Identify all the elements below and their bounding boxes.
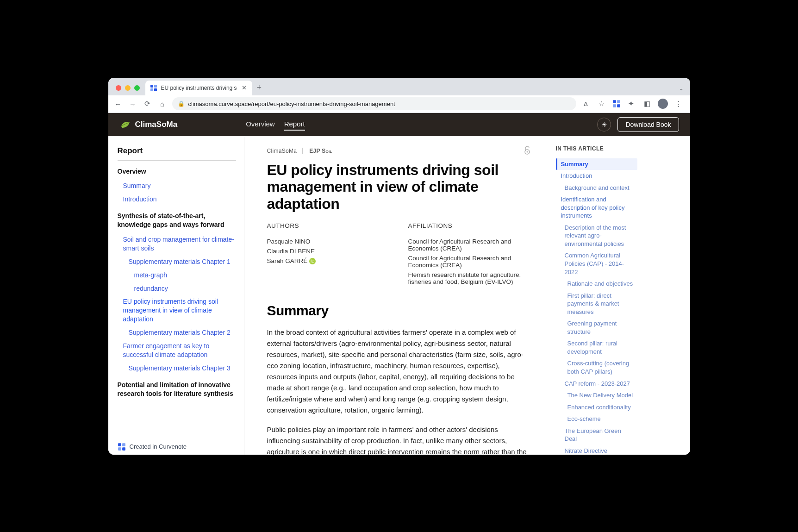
profile-avatar[interactable] bbox=[658, 99, 668, 109]
toc-item[interactable]: Nitrate Directive bbox=[556, 445, 637, 455]
tab-strip: EU policy instruments driving s ✕ + ⌄ bbox=[108, 78, 690, 95]
toc-item[interactable]: Enhanced conditionality bbox=[556, 401, 637, 413]
climasoma-logo-icon bbox=[119, 119, 131, 131]
back-button[interactable]: ← bbox=[113, 100, 123, 108]
svg-rect-5 bbox=[617, 100, 620, 103]
breadcrumb: ClimaSoMa EJP Soil bbox=[267, 148, 332, 154]
sidebar-category: Potential and limitation of innovative r… bbox=[118, 381, 236, 398]
in-this-article-toc: IN THIS ARTICLE SummaryIntroductionBackg… bbox=[550, 136, 643, 455]
theme-toggle-button[interactable]: ☀ bbox=[597, 118, 611, 131]
svg-rect-8 bbox=[118, 443, 121, 446]
curvenote-extension-icon[interactable] bbox=[612, 100, 621, 108]
sidebar-item[interactable]: Soil and crop management for climate-sma… bbox=[118, 233, 236, 255]
curvenote-footer[interactable]: Created in Curvenote bbox=[118, 440, 233, 451]
article-body: ClimaSoMa EJP Soil EU policy instruments… bbox=[245, 136, 550, 455]
primary-nav: Overview Report bbox=[246, 118, 305, 131]
close-tab-icon[interactable]: ✕ bbox=[241, 83, 248, 92]
author-name: Claudia DI BENE bbox=[267, 246, 390, 256]
home-button[interactable]: ⌂ bbox=[157, 100, 168, 108]
authors-label: AUTHORS bbox=[267, 221, 390, 231]
toc-item[interactable]: Summary bbox=[556, 158, 637, 170]
summary-paragraph-1: In the broad context of agricultural act… bbox=[267, 327, 531, 416]
toc-item[interactable]: Second pillar: rural development bbox=[556, 338, 637, 357]
sidebar-item[interactable]: redundancy bbox=[118, 282, 236, 295]
svg-point-13 bbox=[526, 151, 528, 152]
svg-rect-1 bbox=[154, 85, 157, 88]
sidebar-category: Synthesis of state-of-the-art, knowledge… bbox=[118, 212, 236, 229]
tabs-dropdown-icon[interactable]: ⌄ bbox=[673, 85, 690, 95]
content-area: Report OverviewSummaryIntroductionSynthe… bbox=[108, 136, 690, 455]
toc-item[interactable]: Background and context bbox=[556, 182, 637, 194]
toc-item[interactable]: Cross-cutting (covering both CAP pillars… bbox=[556, 357, 637, 377]
toc-item[interactable]: Rationale and objectives bbox=[556, 278, 637, 290]
sidebar-item[interactable]: Introduction bbox=[118, 193, 236, 206]
author-name: Pasquale NINO bbox=[267, 237, 390, 246]
toc-item[interactable]: Common Agricultural Policies (CAP) - 201… bbox=[556, 250, 637, 278]
sidebar-item[interactable]: Supplementary materials Chapter 1 bbox=[118, 255, 236, 269]
lock-icon: 🔒 bbox=[178, 100, 185, 107]
sidebar-item[interactable]: meta-graph bbox=[118, 269, 236, 282]
forward-button[interactable]: → bbox=[128, 100, 138, 108]
summary-heading: Summary bbox=[267, 303, 531, 319]
crumb-project: ClimaSoMa bbox=[267, 148, 303, 154]
sidebar-item[interactable]: Farmer engagement as key to successful c… bbox=[118, 339, 236, 362]
window-controls bbox=[112, 85, 145, 95]
sidebar-item[interactable]: Summary bbox=[118, 179, 236, 193]
maximize-window-button[interactable] bbox=[134, 85, 140, 91]
nav-overview[interactable]: Overview bbox=[246, 118, 275, 131]
svg-rect-2 bbox=[150, 88, 153, 91]
affiliation: Council for Agricultural Research and Ec… bbox=[408, 253, 531, 270]
nav-report[interactable]: Report bbox=[284, 118, 305, 131]
share-icon[interactable]: ᐃ bbox=[581, 100, 591, 107]
browser-tab[interactable]: EU policy instruments driving s ✕ bbox=[145, 81, 252, 95]
article-meta: AUTHORS Pasquale NINOClaudia DI BENESara… bbox=[267, 221, 531, 288]
svg-rect-10 bbox=[118, 447, 121, 451]
minimize-window-button[interactable] bbox=[125, 85, 131, 91]
curvenote-logo-icon bbox=[118, 443, 126, 451]
tab-title: EU policy instruments driving s bbox=[161, 85, 237, 91]
open-access-icon bbox=[524, 145, 531, 157]
toc-item[interactable]: Description of the most relevant agro-en… bbox=[556, 222, 637, 250]
toc-title: IN THIS ARTICLE bbox=[556, 145, 637, 152]
toc-item[interactable]: The New Delivery Model bbox=[556, 389, 637, 401]
address-bar[interactable]: 🔒 climasoma.curve.space/report/eu-policy… bbox=[172, 97, 576, 110]
orcid-icon[interactable]: iD bbox=[309, 258, 316, 264]
author-name: Sarah GARRÉiD bbox=[267, 256, 390, 266]
affiliations-column: AFFILIATIONS Council for Agricultural Re… bbox=[408, 221, 531, 288]
affiliation: Flemish research institute for agricultu… bbox=[408, 270, 531, 287]
svg-rect-7 bbox=[617, 104, 620, 107]
browser-toolbar: ← → ⟳ ⌂ 🔒 climasoma.curve.space/report/e… bbox=[108, 95, 690, 113]
close-window-button[interactable] bbox=[116, 85, 121, 91]
toc-item[interactable]: Introduction bbox=[556, 170, 637, 182]
svg-rect-11 bbox=[122, 447, 125, 451]
affiliations-label: AFFILIATIONS bbox=[408, 221, 531, 231]
svg-rect-0 bbox=[150, 85, 153, 88]
browser-window: EU policy instruments driving s ✕ + ⌄ ← … bbox=[108, 78, 690, 455]
new-tab-button[interactable]: + bbox=[252, 83, 267, 95]
toc-item[interactable]: Eco-scheme bbox=[556, 413, 637, 425]
report-sidebar: Report OverviewSummaryIntroductionSynthe… bbox=[108, 136, 245, 455]
svg-rect-3 bbox=[154, 88, 157, 91]
brand-name: ClimaSoMa bbox=[135, 120, 178, 129]
bookmark-star-icon[interactable]: ☆ bbox=[597, 100, 607, 108]
brand[interactable]: ClimaSoMa bbox=[119, 119, 178, 131]
extensions-puzzle-icon[interactable]: ✦ bbox=[626, 100, 636, 108]
browser-menu-icon[interactable]: ⋮ bbox=[673, 100, 684, 108]
article-title: EU policy instruments driving soil manag… bbox=[267, 162, 531, 213]
reload-button[interactable]: ⟳ bbox=[143, 100, 153, 108]
download-book-button[interactable]: Download Book bbox=[617, 117, 679, 132]
toc-item[interactable]: Greening payment structure bbox=[556, 318, 637, 338]
sidebar-item[interactable]: EU policy instruments driving soil manag… bbox=[118, 295, 236, 326]
curvenote-favicon-icon bbox=[150, 84, 157, 92]
toc-item[interactable]: The European Green Deal bbox=[556, 425, 637, 445]
affiliation: Council for Agricultural Research and Ec… bbox=[408, 237, 531, 253]
sidebar-item[interactable]: Supplementary materials Chapter 3 bbox=[118, 362, 236, 375]
svg-rect-9 bbox=[122, 443, 125, 446]
toc-item[interactable]: First pillar: direct payments & market m… bbox=[556, 290, 637, 318]
toc-item[interactable]: Identification and description of key po… bbox=[556, 194, 637, 222]
summary-paragraph-2: Public policies play an important role i… bbox=[267, 424, 531, 455]
toc-item[interactable]: CAP reform - 2023-2027 bbox=[556, 378, 637, 390]
panel-icon[interactable]: ◧ bbox=[642, 100, 652, 108]
curvenote-footer-text: Created in Curvenote bbox=[130, 443, 187, 450]
sidebar-item[interactable]: Supplementary materials Chapter 2 bbox=[118, 326, 236, 339]
